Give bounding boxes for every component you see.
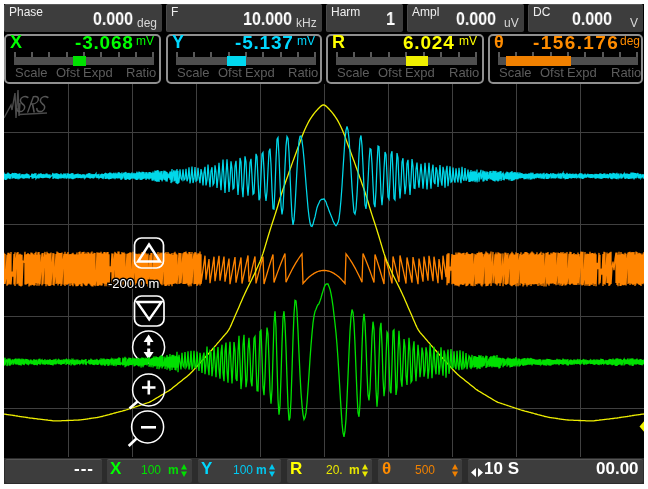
svg-text:-200.0 m: -200.0 m xyxy=(108,276,159,291)
